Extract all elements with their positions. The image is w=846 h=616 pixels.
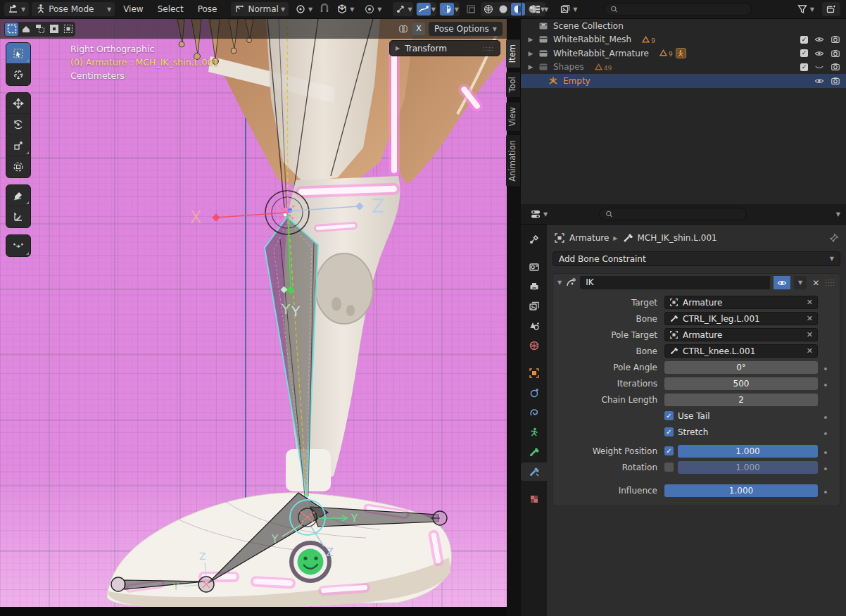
eye-icon[interactable] (814, 76, 824, 86)
proportional-edit-dropdown[interactable]: ▼ (360, 2, 385, 16)
menu-pose[interactable]: Pose (192, 2, 223, 16)
tool-cursor[interactable] (6, 64, 30, 85)
camera-icon[interactable] (831, 49, 840, 58)
tab-world-properties[interactable] (521, 337, 547, 355)
rotation-checkbox[interactable] (664, 463, 674, 472)
tab-physics-properties[interactable] (521, 384, 547, 402)
animate-dot[interactable] (824, 384, 827, 386)
toggle-xray[interactable] (440, 3, 454, 15)
animate-dot[interactable] (824, 491, 827, 494)
3d-viewport[interactable]: X Z Y Y (0, 19, 521, 616)
properties-search[interactable] (599, 208, 747, 220)
pole-bone-field[interactable]: CTRL_knee.L.001 ✕ (664, 344, 818, 358)
outliner-editor-dropdown[interactable]: ▼ (527, 2, 552, 16)
outliner-row-armature-collection[interactable]: ▶ WhiteRabbit_Armature 9 ✓ (521, 46, 846, 61)
clear-x-icon[interactable]: ✕ (807, 314, 813, 323)
select-mode-intersect[interactable] (61, 23, 75, 36)
tab-item[interactable]: Item (506, 39, 521, 68)
use-tail-checkbox[interactable]: ✓ (664, 411, 674, 420)
tab-bone-properties[interactable] (521, 443, 547, 461)
checkbox-icon[interactable]: ✓ (800, 63, 808, 71)
drag-handle-icon[interactable]: :::: (483, 45, 494, 52)
camera-icon[interactable] (831, 62, 840, 72)
expand-icon[interactable]: ▶ (526, 63, 535, 70)
menu-select[interactable]: Select (152, 2, 189, 16)
outliner-row-shapes-collection[interactable]: ▶ Shapes 49 ✓ (521, 61, 846, 75)
pole-target-field[interactable]: Armature ✕ (664, 328, 818, 341)
chevron-down-icon[interactable]: ▼ (836, 211, 840, 218)
tool-annotate[interactable] (6, 185, 30, 206)
transform-panel-header[interactable]: ▶ Transform :::: (389, 40, 500, 56)
target-field[interactable]: Armature ✕ (664, 296, 818, 309)
tool-pose-breakdowner[interactable] (6, 235, 30, 256)
checkbox-icon[interactable]: ✓ (800, 49, 808, 57)
snap-magnet-icon[interactable] (319, 4, 330, 15)
eye-closed-icon[interactable] (814, 62, 824, 72)
tool-transform[interactable] (6, 156, 30, 177)
breadcrumb-bone[interactable]: MCH_IK_shin.L.001 (638, 233, 717, 243)
tool-rotate[interactable] (6, 114, 30, 135)
select-mode-invert[interactable] (47, 23, 61, 36)
render-region-icon[interactable] (465, 4, 476, 15)
tab-object-constraint-properties[interactable] (521, 403, 547, 422)
animate-dot[interactable] (824, 416, 827, 419)
breadcrumb-object[interactable]: Armature (569, 233, 609, 243)
weight-position-checkbox[interactable]: ✓ (664, 446, 674, 455)
expand-icon[interactable]: ▶ (526, 50, 535, 57)
tool-move[interactable] (6, 93, 30, 114)
pin-icon[interactable] (829, 233, 839, 243)
tool-select-box[interactable] (6, 43, 30, 64)
show-overlays-toggle[interactable] (417, 3, 431, 15)
eye-icon[interactable] (814, 49, 824, 58)
animate-dot[interactable] (824, 451, 827, 454)
tab-scene-properties[interactable] (521, 317, 547, 335)
weight-position-slider[interactable]: 1.000 (678, 445, 818, 458)
chain-length-slider[interactable]: 2 (664, 394, 818, 406)
orientation-dropdown[interactable]: Normal ▼ (231, 2, 289, 16)
properties-search-input[interactable] (617, 210, 740, 218)
tab-bone-constraint-properties[interactable] (521, 463, 547, 481)
shading-wireframe[interactable] (481, 3, 495, 15)
chevron-down-icon[interactable]: ▼ (455, 6, 459, 13)
outliner-row-scene-collection[interactable]: Scene Collection (521, 19, 846, 33)
mode-dropdown[interactable]: Pose Mode ▼ (32, 2, 115, 16)
tab-tool[interactable]: Tool (506, 71, 521, 98)
properties-editor-dropdown[interactable]: ▼ (526, 207, 551, 221)
tab-object-properties[interactable] (521, 364, 547, 382)
new-collection-button[interactable] (822, 2, 840, 16)
show-gizmo-toggle[interactable] (393, 3, 408, 15)
iterations-slider[interactable]: 500 (664, 377, 818, 390)
tool-scale[interactable] (6, 135, 30, 156)
rotation-slider[interactable]: 1.000 (678, 461, 818, 474)
mirror-x-toggle[interactable]: X (412, 23, 425, 35)
clear-x-icon[interactable]: ✕ (807, 330, 813, 339)
pole-angle-slider[interactable]: 0° (664, 361, 818, 374)
editor-type-dropdown[interactable]: ▼ (4, 2, 29, 16)
add-bone-constraint-button[interactable]: Add Bone Constraint ▼ (553, 251, 840, 266)
constraint-delete-button[interactable]: ✕ (810, 278, 821, 288)
chevron-down-icon[interactable]: ▼ (408, 6, 412, 13)
outliner-search[interactable] (604, 3, 752, 15)
pivot-dropdown[interactable]: ▼ (291, 2, 316, 16)
select-mode-extend[interactable] (19, 23, 32, 36)
select-mode-new[interactable] (5, 23, 18, 36)
tab-texture-properties[interactable] (521, 490, 547, 508)
tool-measure[interactable] (6, 206, 30, 227)
tab-view[interactable]: View (506, 101, 521, 132)
clear-x-icon[interactable]: ✕ (807, 298, 813, 307)
constraint-enable-toggle[interactable] (774, 276, 790, 289)
tab-animation[interactable]: Animation (506, 134, 521, 187)
knee-bone-circle[interactable] (265, 191, 309, 234)
bone-field[interactable]: CTRL_IK_leg.L.001 ✕ (664, 312, 818, 325)
chevron-down-icon[interactable]: ▼ (431, 6, 436, 13)
display-mode-dropdown[interactable]: ▼ (556, 2, 581, 16)
constraint-extras-dropdown[interactable]: ▼ (794, 276, 807, 289)
collapse-chevron-icon[interactable]: ▼ (557, 279, 562, 286)
drag-handle-icon[interactable]: :::::::: (825, 280, 835, 286)
tab-view-layer-properties[interactable] (521, 297, 547, 315)
camera-icon[interactable] (831, 34, 840, 44)
shading-solid[interactable] (496, 3, 510, 15)
camera-icon[interactable] (831, 76, 840, 86)
animate-dot[interactable] (824, 367, 827, 370)
menu-view[interactable]: View (118, 2, 149, 16)
